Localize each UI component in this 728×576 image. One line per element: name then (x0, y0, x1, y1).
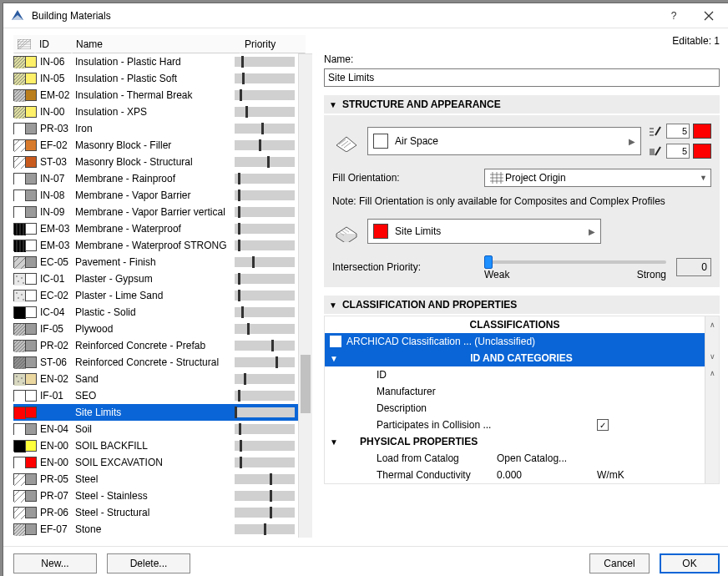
name-input[interactable] (324, 68, 720, 87)
material-row[interactable]: PR-03 Iron (13, 120, 298, 137)
material-row[interactable]: EC-02 Plaster - Lime Sand (13, 287, 298, 304)
material-row[interactable]: Site Limits (13, 404, 298, 421)
material-row[interactable]: IN-06 Insulation - Plastic Hard (13, 53, 298, 70)
material-row[interactable]: PR-05 Steel (13, 471, 298, 488)
material-priority (235, 374, 298, 384)
material-id: EM-02 (38, 89, 75, 101)
material-row[interactable]: IC-01 Plaster - Gypsum (13, 270, 298, 287)
material-id: EM-03 (38, 223, 75, 235)
col-swatch[interactable] (13, 35, 35, 53)
fill-orientation-select[interactable]: Project Origin ▼ (484, 169, 711, 187)
material-id: IF-05 (38, 323, 75, 335)
open-catalog-link[interactable]: Open Catalog... (497, 452, 597, 464)
fg-pen-number[interactable]: 5 (666, 124, 690, 139)
prop-id[interactable]: ID (325, 366, 705, 383)
fg-pen-color[interactable] (693, 124, 711, 139)
material-name: Plastic - Solid (75, 306, 235, 318)
svg-point-32 (21, 377, 23, 379)
new-button[interactable]: New... (13, 553, 97, 573)
material-priority (235, 474, 298, 484)
list-scrollbar[interactable] (298, 53, 312, 538)
col-id[interactable]: ID (35, 35, 72, 53)
material-swatch (13, 173, 37, 184)
material-priority (235, 157, 298, 167)
structure-section-title: STRUCTURE AND APPEARANCE (342, 99, 501, 110)
slider-handle[interactable] (484, 255, 493, 269)
material-row[interactable]: IC-04 Plastic - Solid (13, 304, 298, 321)
structure-section-header[interactable]: ▼ STRUCTURE AND APPEARANCE (324, 95, 720, 114)
material-row[interactable]: EM-03 Membrane - Waterproof (13, 220, 298, 237)
material-name: Membrane - Rainproof (75, 173, 235, 184)
swatch-pattern-icon (13, 123, 25, 134)
material-row[interactable]: PR-02 Reinforced Concrete - Prefab (13, 337, 298, 354)
chevron-down-icon: ▼ (329, 301, 337, 310)
prop-load-catalog[interactable]: Load from Catalog Open Catalog... (325, 450, 705, 467)
collision-checkbox[interactable]: ✓ (597, 419, 609, 431)
material-name: Membrane - Vapor Barrier (75, 189, 235, 201)
material-swatch (13, 490, 37, 502)
intersection-priority-slider[interactable]: Weak Strong (484, 255, 666, 279)
bg-pen-color[interactable] (693, 144, 711, 159)
material-priority (235, 508, 298, 518)
material-row[interactable]: EF-07 Stone (13, 521, 298, 538)
close-button[interactable] (691, 4, 726, 28)
material-row[interactable]: EM-03 Membrane - Waterproof STRONG (13, 237, 298, 254)
svg-rect-16 (14, 274, 26, 285)
material-id: IN-05 (38, 73, 75, 84)
material-swatch (13, 206, 37, 218)
swatch-pattern-icon (13, 240, 25, 251)
swatch-color-icon (25, 423, 37, 435)
material-id: IN-06 (38, 56, 75, 68)
prop-collision[interactable]: Participates in Collision ... ✓ (325, 417, 705, 433)
intersection-priority-value[interactable]: 0 (676, 258, 711, 276)
classification-row[interactable]: ARCHICAD Classification ... (Unclassifie… (325, 333, 705, 350)
prop-manufacturer[interactable]: Manufacturer (325, 383, 705, 400)
material-row[interactable]: PR-06 Steel - Structural (13, 504, 298, 521)
surface-picker[interactable]: Site Limits ▶ (367, 219, 601, 244)
classification-section-header[interactable]: ▼ CLASSIFICATION AND PROPERTIES (324, 296, 720, 314)
material-row[interactable]: IF-05 Plywood (13, 321, 298, 337)
materials-rows[interactable]: IN-06 Insulation - Plastic Hard IN-05 In… (13, 53, 298, 538)
id-categories-header[interactable]: ▼ ID AND CATEGORIES (325, 350, 705, 366)
material-row[interactable]: PR-07 Steel - Stainless (13, 488, 298, 504)
col-priority[interactable]: Priority (240, 35, 306, 53)
dialog-title: Building Materials (32, 10, 656, 22)
swatch-pattern-icon (13, 156, 25, 168)
ok-button[interactable]: OK (660, 553, 720, 573)
swatch-color-icon (25, 490, 37, 502)
material-row[interactable]: IN-00 Insulation - XPS (13, 104, 298, 120)
delete-button[interactable]: Delete... (107, 553, 190, 573)
material-row[interactable]: EC-05 Pavement - Finish (13, 254, 298, 270)
material-row[interactable]: EN-00 SOIL BACKFILL (13, 437, 298, 454)
cancel-button[interactable]: Cancel (589, 553, 650, 573)
col-name[interactable]: Name (72, 35, 240, 53)
material-row[interactable]: EM-02 Insulation - Thermal Break (13, 87, 298, 104)
material-priority (235, 524, 298, 534)
svg-rect-21 (14, 291, 26, 302)
properties-scrollbar[interactable]: ∧ ∨ ∧ (705, 316, 719, 483)
fill-picker[interactable]: Air Space ▶ (367, 127, 641, 155)
material-row[interactable]: EF-02 Masonry Block - Filler (13, 137, 298, 154)
scrollbar-thumb[interactable] (301, 355, 311, 413)
bg-pen-number[interactable]: 5 (666, 144, 690, 159)
material-row[interactable]: IN-07 Membrane - Rainproof (13, 170, 298, 187)
material-row[interactable]: IN-09 Membrane - Vapor Barrier vertical (13, 204, 298, 220)
swatch-color-icon (25, 173, 37, 184)
chevron-right-icon: ▶ (589, 227, 595, 236)
help-button[interactable]: ? (656, 4, 691, 28)
swatch-pattern-icon (13, 89, 25, 101)
material-row[interactable]: IF-01 SEO (13, 387, 298, 404)
prop-thermal-conductivity[interactable]: Thermal Conductivity 0.000 W/mK (325, 467, 705, 483)
svg-rect-11 (14, 190, 26, 202)
prop-description[interactable]: Description (325, 400, 705, 417)
svg-point-17 (16, 275, 18, 277)
material-row[interactable]: ST-03 Masonry Block - Structural (13, 154, 298, 170)
material-row[interactable]: IN-05 Insulation - Plastic Soft (13, 70, 298, 87)
physical-properties-header[interactable]: ▼ PHYSICAL PROPERTIES (325, 433, 705, 450)
material-row[interactable]: ST-06 Reinforced Concrete - Structural (13, 354, 298, 371)
material-row[interactable]: IN-08 Membrane - Vapor Barrier (13, 187, 298, 204)
material-row[interactable]: EN-02 Sand (13, 371, 298, 387)
classification-checkbox[interactable] (330, 336, 341, 347)
material-row[interactable]: EN-04 Soil (13, 421, 298, 437)
material-row[interactable]: EN-00 SOIL EXCAVATION (13, 454, 298, 471)
